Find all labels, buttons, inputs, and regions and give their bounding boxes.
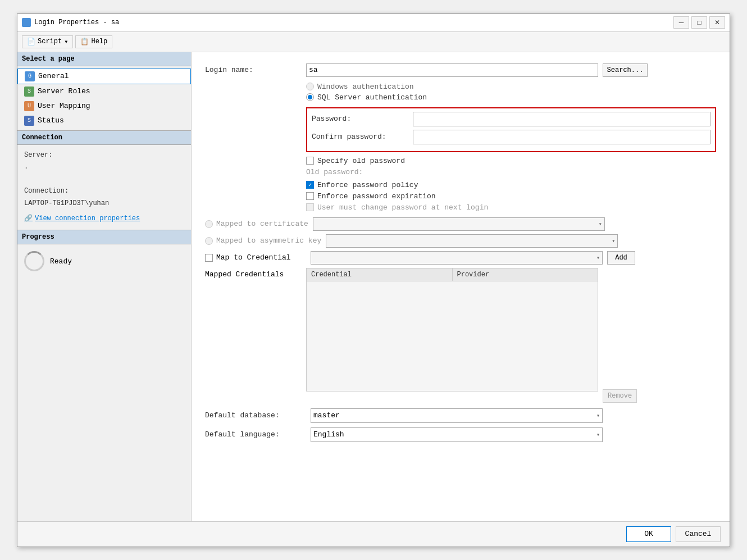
select-page-header: Select a page: [17, 52, 191, 66]
sidebar-item-user-mapping-label: User Mapping: [38, 102, 90, 110]
mapped-asymmetric-radio[interactable]: [205, 237, 213, 245]
restore-button[interactable]: □: [691, 16, 707, 29]
password-label: Password:: [312, 115, 413, 123]
progress-header: Progress: [17, 230, 191, 244]
sidebar-item-server-roles[interactable]: S Server Roles: [17, 84, 191, 99]
old-password-label: Old password:: [205, 168, 374, 176]
mapped-cert-radio[interactable]: [205, 220, 213, 228]
credentials-table: Credential Provider: [306, 268, 598, 391]
default-database-label: Default database:: [205, 411, 306, 420]
credentials-table-container: Credential Provider: [306, 268, 598, 391]
server-label: Server: .: [24, 149, 184, 174]
mapped-certificate-row: Mapped to certificate ▾: [205, 217, 716, 231]
default-language-select[interactable]: English ▾: [311, 427, 603, 442]
default-language-value: English: [313, 430, 344, 439]
sql-auth-option[interactable]: SQL Server authentication: [205, 93, 716, 102]
sql-auth-radio[interactable]: [306, 93, 314, 101]
specify-old-password-checkbox[interactable]: [306, 157, 314, 165]
cancel-button[interactable]: Cancel: [676, 526, 721, 542]
toolbar: 📄 Script ▾ 📋 Help: [17, 32, 730, 52]
sidebar-item-status[interactable]: S Status: [17, 113, 191, 128]
search-button[interactable]: Search...: [603, 63, 648, 77]
titlebar: Login Properties - sa ─ □ ✕: [17, 14, 730, 32]
help-button[interactable]: 📋 Help: [75, 35, 112, 48]
must-change-checkbox[interactable]: [306, 203, 314, 211]
enforce-policy-label: Enforce password policy: [317, 181, 418, 189]
mapped-asymmetric-label: Mapped to asymmetric key: [216, 236, 321, 245]
bottom-bar: OK Cancel: [17, 521, 730, 547]
connection-section: Connection Server: . Connection: LAPTOP-…: [17, 130, 191, 230]
confirm-password-input[interactable]: [413, 130, 710, 144]
windows-auth-radio[interactable]: [306, 83, 314, 90]
table-header: Credential Provider: [307, 268, 598, 281]
sidebar-item-server-roles-label: Server Roles: [38, 87, 90, 95]
link-icon: 🔗: [24, 213, 33, 225]
mapped-cert-select[interactable]: ▾: [313, 217, 605, 231]
sidebar-item-status-label: Status: [38, 116, 64, 125]
add-button[interactable]: Add: [607, 251, 635, 265]
login-name-row: Login name: Search...: [205, 63, 716, 77]
server-roles-icon: S: [24, 86, 34, 97]
progress-spinner: [24, 251, 44, 271]
sidebar-item-general[interactable]: G General: [17, 69, 191, 84]
main-area: Select a page G General S Server Roles U…: [17, 52, 730, 521]
sql-auth-label: SQL Server authentication: [317, 93, 427, 102]
password-row: Password:: [312, 112, 710, 126]
mapped-asymmetric-row: Mapped to asymmetric key ▾: [205, 234, 716, 248]
close-button[interactable]: ✕: [709, 16, 725, 29]
general-icon: G: [25, 71, 35, 81]
progress-body: Ready: [17, 244, 191, 278]
windows-auth-label: Windows authentication: [317, 83, 414, 91]
help-icon: 📋: [80, 38, 89, 46]
connection-label: Connection: LAPTOP-TG1PJD3T\yuhan: [24, 185, 184, 210]
specify-old-password-row: Specify old password: [205, 157, 716, 165]
map-credential-checkbox[interactable]: [205, 254, 213, 262]
credential-column-header: Credential: [307, 268, 453, 281]
ok-button[interactable]: OK: [626, 526, 671, 542]
connection-body: Server: . Connection: LAPTOP-TG1PJD3T\yu…: [17, 145, 191, 230]
windows-auth-option[interactable]: Windows authentication: [205, 83, 716, 91]
login-name-label: Login name:: [205, 66, 306, 74]
window-title: Login Properties - sa: [34, 19, 670, 26]
mapped-cert-label: Mapped to certificate: [216, 220, 308, 228]
mapped-credentials-section: Mapped Credentials Credential Provider R…: [205, 268, 716, 403]
default-database-select[interactable]: master ▾: [311, 408, 603, 423]
script-label: Script: [38, 38, 62, 45]
progress-section: Progress Ready: [17, 230, 191, 521]
sidebar-item-general-label: General: [38, 72, 69, 80]
provider-column-header: Provider: [453, 268, 598, 281]
default-database-value: master: [313, 411, 340, 420]
minimize-button[interactable]: ─: [673, 16, 689, 29]
nav-list: G General S Server Roles U User Mapping …: [17, 66, 191, 130]
confirm-password-label: Confirm password:: [312, 133, 413, 141]
default-language-label: Default language:: [205, 430, 306, 439]
view-connection-label: View connection properties: [35, 213, 140, 225]
chevron-down-icon: ▾: [596, 412, 600, 419]
password-box: Password: Confirm password:: [306, 107, 716, 152]
mapped-credentials-label: Mapped Credentials: [205, 268, 306, 279]
remove-button[interactable]: Remove: [603, 389, 637, 403]
enforce-policy-checkbox[interactable]: [306, 181, 314, 189]
dropdown-arrow-icon: ▾: [64, 38, 68, 46]
view-connection-link[interactable]: 🔗 View connection properties: [24, 213, 184, 225]
password-input[interactable]: [413, 112, 710, 126]
login-name-input[interactable]: [306, 63, 598, 77]
confirm-password-row: Confirm password:: [312, 130, 710, 144]
sidebar-item-user-mapping[interactable]: U User Mapping: [17, 99, 191, 113]
server-value: .: [24, 163, 28, 171]
default-language-row: Default language: English ▾: [205, 427, 716, 442]
script-button[interactable]: 📄 Script ▾: [22, 35, 73, 48]
connection-value: LAPTOP-TG1PJD3T\yuhan: [24, 199, 109, 207]
progress-status: Ready: [50, 257, 72, 266]
mapped-asymmetric-select[interactable]: ▾: [326, 234, 618, 248]
left-panel: Select a page G General S Server Roles U…: [17, 52, 192, 521]
status-icon: S: [24, 116, 34, 126]
help-label: Help: [91, 38, 107, 45]
window-icon: [22, 18, 31, 27]
map-credential-select[interactable]: ▾: [311, 251, 603, 265]
default-database-row: Default database: master ▾: [205, 408, 716, 423]
map-credential-row: Map to Credential ▾ Add: [205, 251, 716, 265]
enforce-expiration-checkbox[interactable]: [306, 192, 314, 200]
remove-area: Remove: [598, 268, 637, 403]
enforce-policy-row: Enforce password policy Enforce password…: [205, 181, 716, 212]
